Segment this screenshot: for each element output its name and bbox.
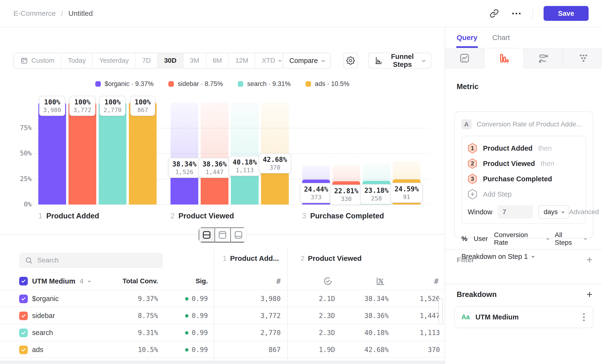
funnel-bar-$organic[interactable]: 24.44%373 xyxy=(302,103,330,204)
layout-table-view-button[interactable] xyxy=(230,227,246,242)
search-input[interactable] xyxy=(37,257,157,264)
legend-item[interactable]: sidebar · 8.75% xyxy=(168,80,223,88)
tab-chart[interactable]: Chart xyxy=(492,33,510,48)
compare-button[interactable]: Compare xyxy=(283,53,331,68)
window-value-input[interactable] xyxy=(498,205,533,219)
more-options-button[interactable] xyxy=(511,8,522,19)
tab-funnels[interactable] xyxy=(484,48,524,68)
select-all-checkbox[interactable] xyxy=(19,277,28,285)
legend-label: sidebar · 8.75% xyxy=(178,80,223,88)
funnel-bar-ads[interactable]: 42.68%370 xyxy=(261,103,289,204)
steps-scope-dropdown[interactable]: All Steps xyxy=(555,231,586,246)
breakdown-column-label[interactable]: UTM Medium xyxy=(32,277,75,285)
step2-count-cell: 1,113 xyxy=(420,324,440,341)
add-filter-button[interactable]: + xyxy=(586,255,592,265)
breakdown-section: Breakdown + xyxy=(457,289,592,300)
tab-insights[interactable] xyxy=(445,48,484,68)
window-unit-dropdown[interactable]: days xyxy=(538,205,569,219)
funnel-bar-ads[interactable]: 100%867 xyxy=(129,103,157,204)
tab-query[interactable]: Query xyxy=(457,33,477,48)
bar-value-label: 42.68%370 xyxy=(259,153,291,173)
funnel-bar-search[interactable]: 40.18%1,113 xyxy=(231,103,259,204)
horizontal-scrollbar-track[interactable] xyxy=(0,361,445,364)
step1-count-cell: 3,772 xyxy=(260,307,281,324)
query-step-3[interactable]: 3Purchase Completed xyxy=(468,171,580,187)
breadcrumb-report-title[interactable]: Untitled xyxy=(68,9,93,18)
avg-time-column-icon[interactable] xyxy=(323,273,333,289)
chart-legend: $organic · 9.37%sidebar · 8.75%search · … xyxy=(0,80,445,88)
step2-conv-cell: 42.68% xyxy=(365,341,389,358)
significance-dot xyxy=(185,348,188,352)
compare-label: Compare xyxy=(289,57,318,65)
range-label: Yesterday xyxy=(99,57,129,64)
table-row: search9.31%0.992,7702.3D40.18%1,113 xyxy=(0,324,445,341)
save-button[interactable]: Save xyxy=(544,6,589,21)
bar-value-label: 38.36%1,447 xyxy=(198,158,231,178)
row-checkbox[interactable] xyxy=(19,346,28,354)
funnel-bar-$organic[interactable]: 100%3,980 xyxy=(38,103,66,204)
funnel-bar-search[interactable]: 23.18%258 xyxy=(363,103,390,204)
date-range-custom[interactable]: Custom xyxy=(14,53,61,68)
funnel-bar-sidebar[interactable]: 38.36%1,447 xyxy=(201,103,228,204)
funnel-bar-$organic[interactable]: 38.34%1,526 xyxy=(171,103,198,204)
legend-item[interactable]: $organic · 9.37% xyxy=(95,80,153,88)
conversion-column-icon[interactable] xyxy=(376,273,386,289)
date-range-12m[interactable]: 12M xyxy=(229,53,255,68)
funnel-bar-sidebar[interactable]: 22.81%330 xyxy=(332,103,360,204)
bar-pct-label: 38.36% xyxy=(202,160,226,169)
step-number: 2 xyxy=(301,254,305,262)
funnel-bar-search[interactable]: 100%2,770 xyxy=(99,103,126,204)
bar-count-label: 1,113 xyxy=(236,167,254,174)
date-range-30d[interactable]: 30D xyxy=(158,53,183,68)
query-step-1[interactable]: 1Product Addedthen xyxy=(468,140,580,156)
chart-type-button[interactable]: Funnel Steps xyxy=(368,53,431,68)
entity-selector[interactable]: User xyxy=(474,235,488,243)
table-scrollbar-thumb[interactable] xyxy=(439,298,443,325)
add-breakdown-button[interactable]: + xyxy=(586,289,592,300)
date-range-today[interactable]: Today xyxy=(61,53,93,68)
chevron-down-icon xyxy=(561,210,565,213)
breadcrumb-project[interactable]: E-Commerce xyxy=(13,9,56,18)
bar-count-label: 1,526 xyxy=(175,169,193,176)
legend-label: ads · 10.5% xyxy=(315,80,349,88)
row-head-cell: ads xyxy=(19,341,43,358)
total-conv-cell: 9.31% xyxy=(138,324,158,341)
funnel-bar-sidebar[interactable]: 100%3,772 xyxy=(68,103,96,204)
step1-count-cell-value: 3,980 xyxy=(260,295,281,303)
tab-flows[interactable] xyxy=(524,48,563,68)
row-checkbox[interactable] xyxy=(19,295,28,303)
breakdown-item[interactable]: Aa UTM Medium xyxy=(454,306,593,328)
date-range-group: CustomTodayYesterday7D30D3M6M12MXTD xyxy=(13,53,288,68)
layout-chart-view-button[interactable] xyxy=(215,227,230,242)
legend-item[interactable]: search · 9.31% xyxy=(238,80,291,88)
row-checkbox[interactable] xyxy=(19,329,28,337)
sig-cell-value: 0.99 xyxy=(192,346,208,354)
legend-item[interactable]: ads · 10.5% xyxy=(306,80,349,88)
percent-symbol[interactable]: % xyxy=(462,235,467,243)
advanced-dropdown[interactable]: Advanced xyxy=(569,208,602,216)
date-range-3m[interactable]: 3M xyxy=(183,53,206,68)
tab-retention[interactable] xyxy=(563,48,602,68)
copy-link-button[interactable] xyxy=(488,8,500,19)
add-step-button[interactable]: + Add Step xyxy=(468,187,580,202)
search-icon xyxy=(25,257,32,264)
funnel-bar-ads[interactable]: 24.59%91 xyxy=(393,103,420,204)
metric-header[interactable]: A Conversion Rate of Product Adde... xyxy=(462,118,586,130)
sig-cell: 0.99 xyxy=(185,324,208,341)
count-column-icon[interactable]: # xyxy=(434,277,439,285)
bar-pct-label: 100% xyxy=(104,98,120,107)
total-conv-header[interactable]: Total Conv. xyxy=(123,277,158,285)
kebab-menu-icon[interactable] xyxy=(582,312,586,322)
date-range-7d[interactable]: 7D xyxy=(136,53,158,68)
date-range-6m[interactable]: 6M xyxy=(206,53,229,68)
count-column-icon[interactable]: # xyxy=(276,277,281,285)
date-range-yesterday[interactable]: Yesterday xyxy=(93,53,136,68)
report-type-tabs xyxy=(445,48,602,68)
chart-settings-button[interactable] xyxy=(343,53,358,68)
sig-header[interactable]: Sig. xyxy=(196,277,208,285)
row-checkbox[interactable] xyxy=(19,311,28,320)
layout-split-view-button[interactable] xyxy=(199,227,215,242)
metric-type-dropdown[interactable]: Conversion Rate xyxy=(494,231,548,246)
chevron-down-icon[interactable] xyxy=(88,279,91,282)
query-step-2[interactable]: 2Product Viewedthen xyxy=(468,156,580,171)
